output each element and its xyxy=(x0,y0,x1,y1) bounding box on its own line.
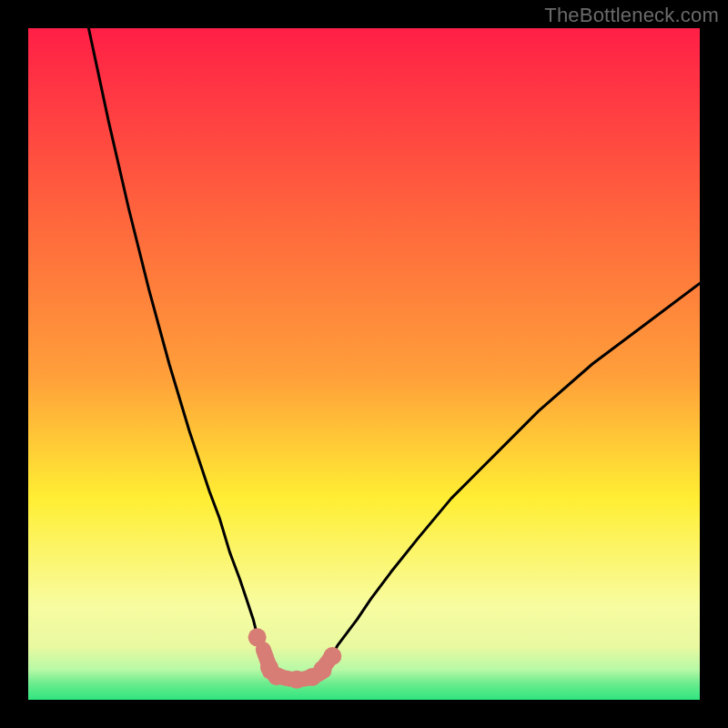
chart-background xyxy=(28,28,700,700)
left-marker-upper xyxy=(248,628,267,646)
bottom-marker-1 xyxy=(268,667,286,685)
bottleneck-chart xyxy=(28,28,700,700)
right-marker-upper xyxy=(323,647,341,665)
chart-frame: TheBottleneck.com xyxy=(0,0,728,728)
bottom-marker-2 xyxy=(288,671,306,689)
chart-svg xyxy=(28,28,700,700)
watermark-text: TheBottleneck.com xyxy=(544,4,719,27)
